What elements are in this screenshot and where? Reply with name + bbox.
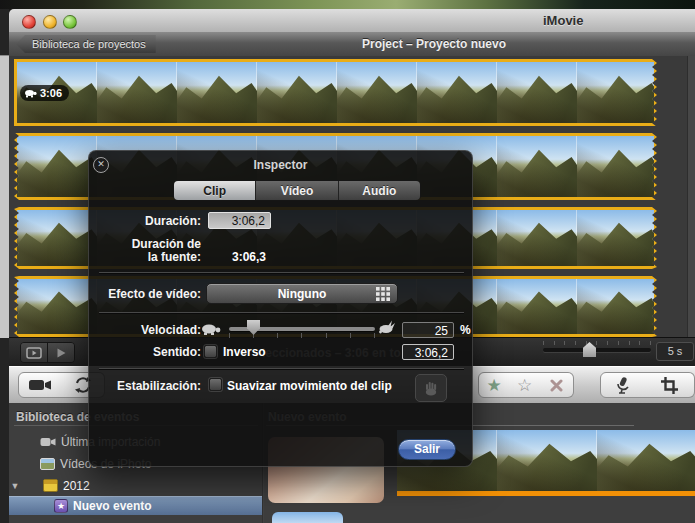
stabilization-hand-button[interactable] [415, 374, 447, 402]
star-filled-icon: ★ [486, 377, 501, 394]
crop-icon [661, 377, 678, 394]
desktop-wallpaper [0, 0, 695, 9]
clip-thumbnail[interactable] [497, 136, 577, 197]
crop-button[interactable] [645, 372, 695, 398]
unmark-button[interactable]: ☆ [509, 372, 541, 398]
voiceover-button[interactable] [600, 372, 646, 398]
clip-thumbnail[interactable] [257, 62, 337, 123]
camera-import-icon [28, 378, 52, 392]
reverse-checkbox-label[interactable]: Inverso [223, 345, 266, 359]
tab-clip[interactable]: Clip [174, 181, 255, 200]
clip-thumbnail[interactable] [497, 279, 577, 334]
direction-label: Sentido: [95, 345, 201, 359]
zoom-duration-value: 5 s [656, 342, 694, 361]
calendar-icon [43, 479, 58, 492]
sidebar-item-2012[interactable]: ▼ 2012 [9, 477, 262, 494]
duration-label: Duración: [95, 214, 201, 228]
iphoto-icon [40, 458, 55, 470]
duration-field[interactable]: 3:06,2 [208, 212, 271, 229]
stabilization-label: Estabilización: [95, 379, 201, 393]
clip-thumbnail[interactable] [97, 62, 177, 123]
play-fullscreen-icon [26, 347, 42, 359]
source-duration-value: 3:06,3 [208, 250, 266, 264]
clip-thumbnail[interactable] [577, 136, 654, 197]
thumbnail-zoom-slider[interactable] [543, 348, 651, 352]
slow-motion-badge: 3:06 [20, 85, 69, 101]
clip-thumbnail[interactable] [337, 62, 417, 123]
turtle-icon [24, 89, 37, 98]
smooth-motion-checkbox[interactable] [209, 378, 222, 391]
selection-range-bar [397, 491, 695, 496]
clip-thumbnail[interactable] [17, 279, 97, 334]
sidebar-item-new-event[interactable]: ★ Nuevo evento [9, 496, 262, 515]
zoom-window-icon[interactable] [63, 15, 77, 29]
smooth-motion-checkbox-label[interactable]: Suavizar movimiento del clip [227, 379, 392, 393]
project-clip-row[interactable]: 3:06 [14, 59, 657, 126]
video-effect-value: Ninguno [278, 287, 327, 301]
sidebar-item-label: Nuevo evento [73, 499, 152, 513]
import-camera-icon [40, 437, 56, 447]
favorite-button[interactable]: ★ [478, 372, 510, 398]
speed-slider-ticks [229, 333, 375, 338]
reject-button[interactable] [540, 372, 574, 398]
speed-label: Velocidad: [95, 323, 201, 337]
clip-thumbnail[interactable] [597, 430, 695, 491]
reverse-checkbox[interactable] [204, 345, 217, 358]
tab-video[interactable]: Vídeo [255, 181, 337, 200]
video-effect-button[interactable]: Ninguno [206, 283, 398, 304]
playback-controls [20, 342, 75, 363]
inspector-dialog: ✕ Inspector Clip Vídeo Audio Duración: 3… [88, 150, 473, 467]
clip-thumbnail[interactable] [577, 62, 654, 123]
clip-thumbnail[interactable] [17, 136, 97, 197]
camera-import-button[interactable] [18, 372, 62, 398]
play-button[interactable] [47, 343, 74, 362]
turtle-icon [201, 323, 221, 335]
inspector-tab-bar: Clip Vídeo Audio [173, 180, 421, 201]
close-window-icon[interactable] [22, 15, 36, 29]
scrollbar-track[interactable] [687, 56, 695, 337]
clip-thumbnail[interactable] [497, 430, 597, 491]
star-outline-icon: ☆ [517, 377, 532, 394]
video-effect-label: Efecto de vídeo: [95, 287, 201, 301]
speed-unit-label: % [460, 323, 471, 337]
background-window-edge [0, 9, 9, 523]
background-window-pane [0, 55, 9, 338]
source-duration-label: la fuente: [95, 250, 201, 264]
project-header-bar: Biblioteca de proyectos Project – Proyec… [9, 32, 695, 57]
rabbit-icon [378, 320, 395, 334]
reject-x-icon [550, 379, 563, 392]
project-title: Project – Proyecto nuevo [9, 37, 695, 51]
clip-thumbnail[interactable] [177, 62, 257, 123]
clip-thumbnail[interactable] [17, 210, 97, 266]
minimize-window-icon[interactable] [43, 15, 57, 29]
microphone-icon [616, 376, 630, 394]
effect-grid-icon [376, 287, 390, 301]
tab-audio[interactable]: Audio [338, 181, 420, 200]
disclosure-triangle-icon[interactable]: ▼ [9, 481, 21, 491]
event-star-icon: ★ [54, 499, 68, 513]
window-titlebar [9, 9, 695, 33]
zoom-slider-ticks [543, 341, 651, 345]
source-duration-label: Duración de [95, 237, 201, 251]
clip-thumbnail[interactable] [417, 62, 497, 123]
clip-thumbnail[interactable] [497, 210, 577, 266]
exit-button[interactable]: Salir [398, 439, 456, 460]
app-title: iMovie [543, 13, 583, 28]
clip-thumbnail[interactable] [577, 279, 654, 334]
clip-thumbnail[interactable] [497, 62, 577, 123]
play-icon [55, 347, 67, 359]
event-clip-thumbnail[interactable] [272, 512, 343, 523]
imovie-window: iMovie Biblioteca de proyectos Project –… [0, 0, 695, 523]
hand-icon [424, 381, 438, 396]
clip-duration-badge: 3:06 [40, 85, 62, 101]
direction-time-field[interactable]: 3:06,2 [402, 344, 454, 360]
sidebar-item-label: 2012 [63, 479, 90, 493]
dialog-title: Inspector [89, 158, 472, 172]
clip-thumbnail[interactable] [577, 210, 654, 266]
speed-value-field[interactable]: 25 [402, 322, 454, 338]
play-fullscreen-button[interactable] [21, 343, 47, 362]
